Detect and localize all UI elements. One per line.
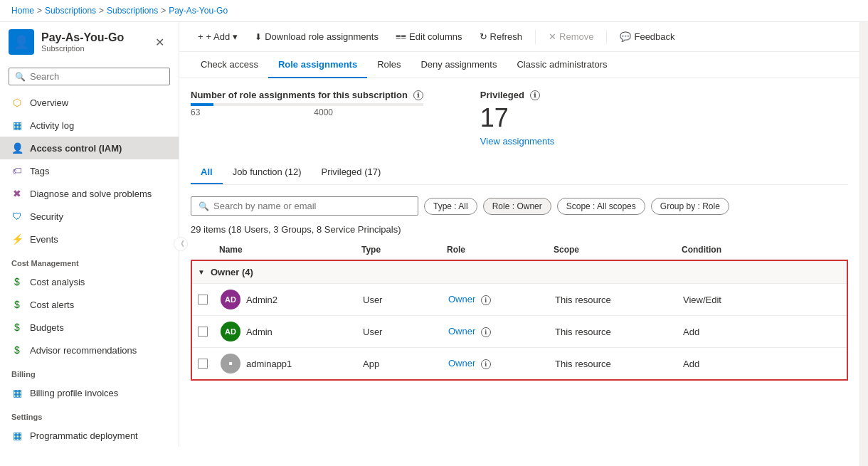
row-scope: This resource: [555, 359, 611, 369]
toolbar-divider2: [606, 30, 607, 44]
main-search-input[interactable]: [213, 201, 411, 211]
sidebar-item-programmatic[interactable]: ▦ Programmatic deployment: [0, 424, 179, 447]
row-checkbox[interactable]: [198, 359, 208, 369]
sidebar-item-diagnose[interactable]: ✖ Diagnose and solve problems: [0, 182, 179, 205]
row-role: Owner: [448, 294, 475, 305]
scope-filter-label: Scope : All scopes: [566, 201, 636, 211]
add-button[interactable]: + + Add ▾: [191, 28, 245, 46]
sidebar-subtitle: Subscription: [41, 44, 124, 53]
breadcrumb-home[interactable]: Home: [11, 6, 34, 16]
cost-analysis-icon: $: [11, 276, 23, 287]
app-avatar: ▪: [221, 354, 240, 374]
user-name-link[interactable]: Admin2: [246, 295, 277, 305]
sidebar-item-cost-analysis[interactable]: $ Cost analysis: [0, 270, 179, 293]
remove-button[interactable]: ✕ Remove: [541, 28, 600, 46]
sidebar-header-icon: 👤: [9, 29, 34, 55]
table-group-owner[interactable]: ▼ Owner (4): [192, 261, 847, 283]
remove-icon: ✕: [549, 31, 556, 42]
sidebar-item-tags[interactable]: 🏷 Tags: [0, 159, 179, 182]
diagnose-icon: ✖: [11, 188, 23, 199]
row-checkbox[interactable]: [198, 327, 208, 337]
user-name-link[interactable]: Admin: [246, 327, 272, 337]
overview-icon: ⬡: [11, 97, 23, 108]
sidebar-item-billing-invoices[interactable]: ▦ Billing profile invoices: [0, 381, 179, 404]
collapse-sidebar-button[interactable]: 《: [174, 237, 188, 251]
row-role-cell: Owner ℹ: [443, 294, 549, 305]
role-info-icon[interactable]: ℹ: [481, 359, 491, 369]
role-filter-chip[interactable]: Role : Owner: [483, 198, 551, 215]
sidebar-item-budgets[interactable]: $ Budgets: [0, 316, 179, 339]
sidebar-item-label: Advisor recommendations: [30, 345, 137, 356]
header-role: Role: [441, 245, 548, 255]
breadcrumb-payg[interactable]: Pay-As-You-Go: [169, 6, 228, 16]
close-button[interactable]: ✕: [149, 33, 170, 52]
search-input[interactable]: [30, 71, 164, 82]
sidebar-item-overview[interactable]: ⬡ Overview: [0, 91, 179, 114]
sidebar-item-label: Cost analysis: [30, 277, 85, 287]
refresh-button[interactable]: ↻ Refresh: [472, 28, 530, 46]
header-checkbox: [191, 245, 213, 255]
scope-filter-chip[interactable]: Scope : All scopes: [557, 198, 645, 215]
breadcrumb-subscriptions2[interactable]: Subscriptions: [107, 6, 158, 16]
sidebar-item-cost-alerts[interactable]: $ Cost alerts: [0, 293, 179, 316]
sidebar-search-box[interactable]: 🔍: [9, 68, 170, 85]
filter-tab-all[interactable]: All: [191, 161, 223, 184]
row-condition-link[interactable]: Add: [683, 359, 699, 369]
privileged-label: Privileged ℹ: [480, 90, 555, 100]
sidebar-search-container: 🔍: [0, 62, 179, 91]
feedback-button[interactable]: 💬 Feedback: [613, 28, 682, 46]
tab-deny-assignments[interactable]: Deny assignments: [411, 52, 507, 78]
main-search-box[interactable]: 🔍: [191, 196, 418, 216]
sidebar-item-label: Programmatic deployment: [30, 430, 138, 441]
breadcrumb-subscriptions1[interactable]: Subscriptions: [45, 6, 96, 16]
filter-tab-privileged[interactable]: Privileged (17): [311, 161, 391, 184]
row-type: App: [363, 359, 379, 369]
tab-classic-admins[interactable]: Classic administrators: [507, 52, 617, 78]
section-cost-management: Cost Management: [0, 250, 179, 270]
sidebar-item-label: Diagnose and solve problems: [30, 189, 152, 199]
download-button[interactable]: ⬇ Download role assignments: [248, 28, 386, 46]
sidebar-item-advisor[interactable]: $ Advisor recommendations: [0, 339, 179, 361]
scrollbar[interactable]: [859, 22, 868, 466]
toolbar: + + Add ▾ ⬇ Download role assignments ≡≡…: [179, 22, 859, 52]
groupby-filter-chip[interactable]: Group by : Role: [651, 198, 729, 215]
sidebar-item-label: Billing profile invoices: [30, 388, 118, 398]
sidebar-header: 👤 Pay-As-You-Go Subscription ✕: [0, 22, 179, 62]
row-condition-link[interactable]: View/Edit: [683, 295, 721, 305]
row-type: User: [363, 295, 382, 305]
sidebar-item-activity-log[interactable]: ▦ Activity log: [0, 114, 179, 137]
sidebar-item-events[interactable]: ⚡ Events: [0, 228, 179, 250]
stats-section: Number of role assignments for this subs…: [191, 90, 848, 147]
assignments-label: Number of role assignments for this subs…: [191, 90, 423, 100]
edit-columns-button[interactable]: ≡≡ Edit columns: [388, 28, 470, 46]
sidebar-item-iam[interactable]: 👤 Access control (IAM): [0, 137, 179, 159]
tab-roles[interactable]: Roles: [367, 52, 411, 78]
sidebar-item-label: Cost alerts: [30, 300, 74, 310]
search-icon: 🔍: [15, 72, 26, 82]
row-scope-cell: This resource: [549, 295, 677, 305]
row-condition-cell: Add: [677, 327, 784, 337]
filter-tab-job[interactable]: Job function (12): [223, 161, 312, 184]
row-name-cell: AD Admin2: [215, 290, 357, 309]
row-checkbox[interactable]: [198, 295, 208, 305]
tab-check-access[interactable]: Check access: [191, 52, 268, 78]
section-settings: Settings: [0, 404, 179, 424]
view-assignments-link[interactable]: View assignments: [480, 136, 555, 147]
tab-role-assignments[interactable]: Role assignments: [268, 52, 367, 78]
app-name-link[interactable]: adminapp1: [246, 359, 292, 369]
groupby-filter-label: Group by : Role: [660, 201, 720, 211]
table-row: AD Admin User Owner ℹ: [192, 315, 847, 347]
role-info-icon[interactable]: ℹ: [481, 295, 491, 305]
group-chevron-icon: ▼: [198, 268, 205, 276]
row-type: User: [363, 327, 382, 337]
results-count: 29 items (18 Users, 3 Groups, 8 Service …: [191, 224, 848, 235]
sidebar-item-security[interactable]: 🛡 Security: [0, 205, 179, 228]
role-info-icon[interactable]: ℹ: [481, 327, 491, 337]
assignments-info-icon[interactable]: ℹ: [413, 90, 423, 100]
name-cell: ▪ adminapp1: [221, 354, 351, 374]
stat-bar-container: [191, 103, 423, 106]
type-filter-chip[interactable]: Type : All: [424, 198, 477, 215]
row-condition-link[interactable]: Add: [683, 327, 699, 337]
privileged-info-icon[interactable]: ℹ: [530, 90, 540, 100]
row-type-cell: App: [357, 359, 443, 369]
